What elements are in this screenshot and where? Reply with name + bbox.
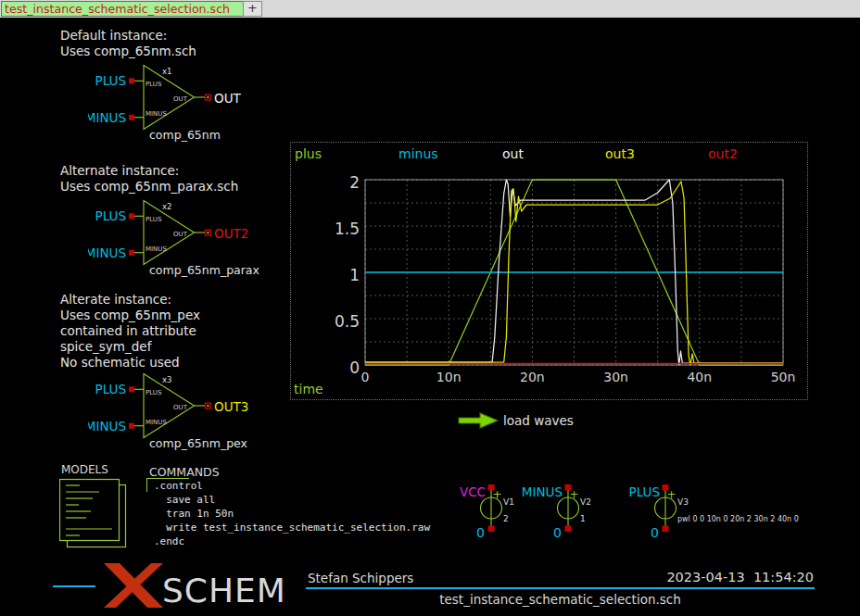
net-label: MINUS [522,484,563,499]
svg-text:OUT: OUT [173,95,188,103]
x-tick-label: 10n [436,370,462,384]
text-line: write test_instance_schematic_selection.… [154,521,430,534]
voltage-source-v1[interactable]: VCC+V120 [460,484,514,540]
gnd-label: 0 [476,525,485,540]
instance-name: x1 [162,67,171,76]
text-line: contained in attribute [60,323,200,339]
comparator-x1[interactable]: PLUSMINUSOUTPLUSMINUSOUTx1comp_65nm [88,61,283,146]
source-name: V3 [677,497,689,507]
author-name: Stefan Schippers [308,571,413,585]
new-tab-button[interactable]: + [243,1,262,17]
voltage-sources[interactable]: VCC+V120MINUS+V210PLUS+V3pwl 0 0 10n 0 2… [454,480,825,547]
net-label-minus: MINUS [88,419,126,434]
xschem-logo-text: SCHEM [162,572,286,610]
net-label-plus: PLUS [95,73,126,88]
net-label-out: OUT2 [214,226,248,241]
commands-bracket [146,478,147,492]
waveform-plot[interactable]: 00.511.52010n20n30n40n50ntimeplusminusou… [291,143,807,399]
gnd-label: 0 [651,525,659,540]
x-axis-label: time [294,382,323,396]
voltage-source-v2[interactable]: MINUS+V210 [522,484,591,540]
svg-text:MINUS: MINUS [145,419,167,426]
models-label: MODELS [61,463,108,476]
commands-label: COMMANDS [149,465,220,479]
y-tick-label: 1.5 [335,220,360,238]
net-label-out: OUT3 [214,399,248,414]
text-line: Uses comp_65nm.sch [60,44,196,59]
comparator-x2[interactable]: PLUSMINUSOUT2PLUSMINUSOUTx2comp_65nm_par… [88,196,283,282]
note-default-instance: Default instance:Uses comp_65nm.sch [60,28,196,59]
text-line: Uses comp_65nm_pex [60,308,200,323]
text-line: .endc [154,534,430,548]
y-tick-label: 0.5 [335,312,360,331]
voltage-source-v3[interactable]: PLUS+V3pwl 0 0 10n 0 20n 2 30n 2 40n 00 [629,484,799,540]
tab-bar: test_instance_schematic_selection.sch + [0,0,860,19]
text-line: No schematic used [60,355,200,371]
svg-text:+: + [570,488,579,501]
svg-text:OUT: OUT [173,231,188,238]
net-label: VCC [460,484,486,499]
title-dash-line [53,585,95,587]
svg-text:MINUS: MINUS [145,245,167,253]
text-line: Alterate instance: [60,292,200,308]
legend-item-out3[interactable]: out3 [605,146,635,161]
x-tick-label: 50n [771,370,796,384]
y-tick-label: 1 [349,266,360,284]
text-line: spice_sym_def [60,339,200,355]
legend-item-plus[interactable]: plus [295,146,322,161]
comparator-symbol[interactable]: PLUSMINUSOUT2PLUSMINUSOUTx2comp_65nm_par… [88,201,259,278]
models-icon[interactable] [59,478,135,552]
symbol-caption: comp_65nm [149,128,221,142]
source-value: pwl 0 0 10n 0 20n 2 30n 2 40n 0 [677,515,799,523]
waveform-graph[interactable]: 00.511.52010n20n30n40n50ntimeplusminusou… [290,142,808,400]
svg-text:PLUS: PLUS [145,81,162,88]
note-alternate-instance: Alternate instance:Uses comp_65nm_parax.… [60,163,238,195]
text-line: tran 1n 50n [154,507,430,521]
load-waves-label[interactable]: load waves [503,413,574,428]
instance-name: x3 [162,375,171,384]
x-tick-label: 20n [520,370,545,384]
load-waves-arrow-icon[interactable] [458,412,500,429]
net-label: PLUS [629,484,660,499]
xschem-window: test_instance_schematic_selection.sch + … [0,0,860,616]
svg-text:+: + [493,488,502,501]
source-name: V1 [503,497,514,507]
x-tick-label: 30n [603,370,628,384]
svg-text:PLUS: PLUS [145,389,162,396]
text-line: Uses comp_65nm_parax.sch [60,179,238,195]
tab-schematic[interactable]: test_instance_schematic_selection.sch [1,1,244,17]
svg-text:PLUS: PLUS [145,216,162,223]
source-value: 2 [503,514,509,523]
legend-item-out[interactable]: out [502,146,524,161]
legend-item-minus[interactable]: minus [398,146,438,161]
title-underline [306,587,815,589]
y-tick-label: 2 [349,173,360,192]
date-time: 2023-04-13 11:54:20 [639,570,814,585]
y-tick-label: 0 [349,358,360,377]
comparator-symbol[interactable]: PLUSMINUSOUT3PLUSMINUSOUTx3comp_65nm_pex [88,374,248,451]
note-pex-instance: Alterate instance:Uses comp_65nm_pexcont… [60,292,200,371]
net-label-plus: PLUS [95,382,126,396]
svg-text:MINUS: MINUS [145,110,167,118]
comparator-x3[interactable]: PLUSMINUSOUT3PLUSMINUSOUTx3comp_65nm_pex [88,370,283,455]
svg-text:OUT: OUT [173,404,188,411]
text-line: Default instance: [60,28,196,44]
text-line: save all [154,493,430,507]
net-label-plus: PLUS [95,208,126,223]
legend-item-out2[interactable]: out2 [708,146,738,161]
net-label-minus: MINUS [88,245,126,260]
gnd-label: 0 [553,525,562,540]
source-value: 1 [580,514,586,523]
comparator-symbol[interactable]: PLUSMINUSOUTPLUSMINUSOUTx1comp_65nm [88,66,242,143]
spice-commands-text[interactable]: .control save all tran 1n 50n write test… [154,479,430,548]
sheet-name: test_instance_schematic_selection.sch [306,592,815,607]
instance-name: x2 [162,202,171,211]
net-label-out: OUT [214,91,242,106]
x-tick-label: 0 [361,370,370,384]
xschem-logo-x-icon [104,563,163,610]
text-line: Alternate instance: [60,163,238,179]
symbol-caption: comp_65nm_pex [149,436,247,450]
source-name: V2 [580,497,591,507]
x-tick-label: 40n [687,370,712,384]
symbol-caption: comp_65nm_parax [149,263,259,277]
